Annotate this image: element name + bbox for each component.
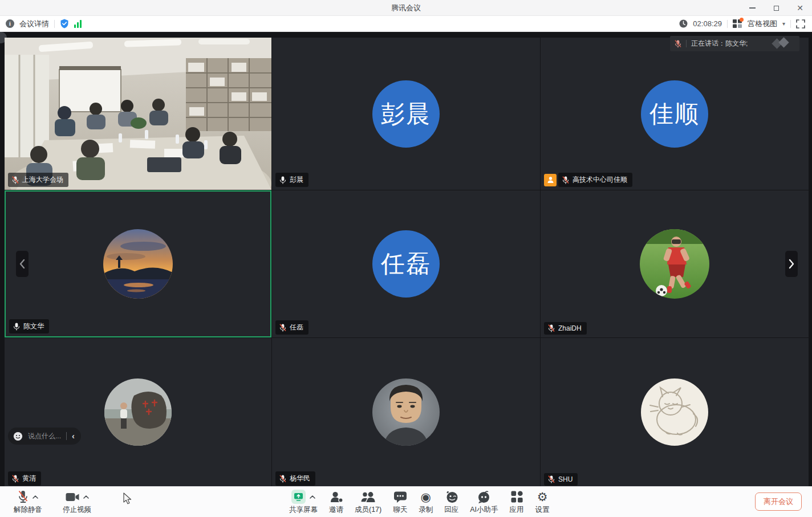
- window-title: 腾讯会议: [0, 0, 812, 16]
- profile-photo-cat-sketch: [641, 378, 708, 446]
- record-button[interactable]: ◉ 录制: [413, 490, 439, 515]
- video-tile-yanghuamin[interactable]: 杨华民: [272, 338, 540, 486]
- stop-video-button[interactable]: 停止视频: [57, 490, 97, 515]
- members-label: 成员(17): [355, 505, 381, 515]
- video-tile-shanghai-university[interactable]: 上海大学会场: [5, 38, 271, 190]
- video-tile-shu[interactable]: SHU: [541, 338, 809, 486]
- chevron-right-icon: [789, 259, 794, 269]
- minimize-button[interactable]: [740, 0, 764, 16]
- chevron-down-icon[interactable]: ▾: [782, 21, 785, 27]
- collapse-chat-icon[interactable]: ‹: [72, 431, 75, 441]
- record-label: 录制: [419, 505, 433, 515]
- view-mode-selector[interactable]: 宫格视图: [748, 19, 777, 29]
- divider: [727, 20, 728, 28]
- divider: [66, 432, 67, 440]
- tile-name-row: 彭晨: [275, 173, 308, 187]
- network-signal-icon[interactable]: [74, 20, 83, 28]
- tile-name-row: 任磊: [275, 320, 308, 335]
- invite-label: 邀请: [329, 505, 343, 515]
- minimize-icon: [749, 7, 756, 9]
- next-page-arrow[interactable]: [785, 251, 798, 277]
- participant-name-label: 黄清: [8, 471, 41, 486]
- mic-muted-icon: [12, 176, 19, 184]
- mic-on-icon: [13, 323, 20, 331]
- mic-muted-icon: [18, 490, 29, 504]
- bottom-toolbar: 解除静音 停止视频: [0, 486, 812, 517]
- chat-bubble-icon: [393, 491, 407, 503]
- tile-name-row: 黄清: [8, 471, 41, 486]
- caret-up-icon[interactable]: [310, 495, 315, 499]
- mic-muted-icon: [562, 176, 569, 184]
- video-tile-pengchen[interactable]: 彭晨 彭晨: [272, 38, 540, 190]
- emoji-icon[interactable]: [13, 431, 23, 441]
- tile-name-row: 陈文华: [9, 319, 49, 333]
- invite-button[interactable]: 邀请: [323, 490, 349, 515]
- tile-name-row: ZhaiDH: [544, 322, 587, 335]
- window-controls: ✕: [740, 0, 812, 16]
- participant-name-label: 任磊: [275, 320, 308, 335]
- record-icon: ◉: [421, 491, 431, 503]
- prev-page-arrow[interactable]: [16, 251, 29, 277]
- participant-name: SHU: [558, 475, 573, 483]
- divider: [54, 20, 55, 28]
- now-speaking-banner: 正在讲话：陈文华;: [670, 36, 799, 51]
- security-shield-icon[interactable]: [60, 19, 69, 29]
- video-tile-zhaidh[interactable]: ZhaiDH: [541, 190, 809, 337]
- ai-assistant-button[interactable]: AI小助手: [464, 490, 504, 515]
- leave-meeting-button[interactable]: 离开会议: [755, 492, 802, 511]
- mic-muted-icon: [279, 475, 286, 483]
- participant-name-label: 杨华民: [275, 471, 315, 486]
- apps-button[interactable]: 应用: [504, 490, 530, 515]
- mic-muted-icon: [279, 324, 286, 332]
- toolbar-center-group: 共享屏幕 邀请: [283, 490, 555, 515]
- video-tile-renlei[interactable]: 任磊 任磊: [272, 190, 540, 337]
- apps-label: 应用: [510, 505, 524, 515]
- fullscreen-icon[interactable]: [796, 19, 805, 29]
- stop-video-label: 停止视频: [63, 505, 91, 515]
- invite-person-icon: [330, 491, 343, 503]
- participant-name: 高技术中心司佳顺: [573, 175, 627, 185]
- caret-up-icon[interactable]: [83, 495, 89, 499]
- participant-name-label: 陈文华: [9, 319, 49, 333]
- participant-name: 黄清: [22, 474, 36, 483]
- meeting-timer: 02:08:29: [693, 19, 722, 28]
- host-badge-icon: [544, 174, 557, 186]
- apps-grid-icon: [511, 491, 523, 503]
- unmute-button[interactable]: 解除静音: [8, 490, 48, 515]
- video-tile-jiashun[interactable]: 佳顺 高技术中心司佳顺: [541, 38, 809, 190]
- logo-watermark: [771, 38, 794, 48]
- profile-photo-soccer: [640, 229, 709, 299]
- participant-name: 陈文华: [23, 321, 44, 331]
- tile-name-row: 上海大学会场: [8, 173, 68, 187]
- maximize-button[interactable]: [764, 0, 788, 16]
- chat-button[interactable]: 聊天: [387, 490, 413, 515]
- profile-photo-face: [372, 378, 440, 446]
- members-button[interactable]: 成员(17): [349, 490, 387, 515]
- now-speaking-text: 正在讲话：陈文华;: [691, 39, 748, 48]
- participant-name: 上海大学会场: [22, 175, 63, 185]
- quick-chat-input[interactable]: 说点什么... ‹: [8, 428, 81, 445]
- members-icon: [360, 491, 376, 503]
- participant-name-label: 彭晨: [275, 173, 308, 187]
- video-tile-chenwenhua-active-speaker[interactable]: 陈文华: [5, 190, 271, 337]
- ai-assistant-label: AI小助手: [470, 505, 498, 515]
- settings-button[interactable]: ⚙ 设置: [530, 490, 555, 515]
- mic-muted-icon: [548, 475, 555, 483]
- notification-dot: [740, 18, 744, 22]
- reaction-smiley-icon: [445, 490, 458, 503]
- video-tile-huangqing[interactable]: 黄清: [5, 338, 271, 486]
- caret-up-icon[interactable]: [33, 495, 38, 499]
- reactions-button[interactable]: 回应: [439, 490, 464, 515]
- maximize-icon: [774, 6, 779, 11]
- share-screen-label: 共享屏幕: [289, 505, 318, 515]
- meeting-details-link[interactable]: 会议详情: [19, 19, 49, 29]
- avatar: 佳顺: [641, 80, 708, 148]
- ai-assistant-icon: [477, 491, 491, 503]
- chat-placeholder: 说点什么...: [28, 431, 61, 441]
- conference-room-video: [5, 38, 271, 190]
- share-screen-button[interactable]: 共享屏幕: [283, 490, 323, 515]
- participant-name: 彭晨: [290, 175, 303, 185]
- participant-name-label: 上海大学会场: [8, 173, 68, 187]
- header-right-group: 02:08:29 宫格视图 ▾: [679, 16, 805, 31]
- close-button[interactable]: ✕: [788, 0, 812, 16]
